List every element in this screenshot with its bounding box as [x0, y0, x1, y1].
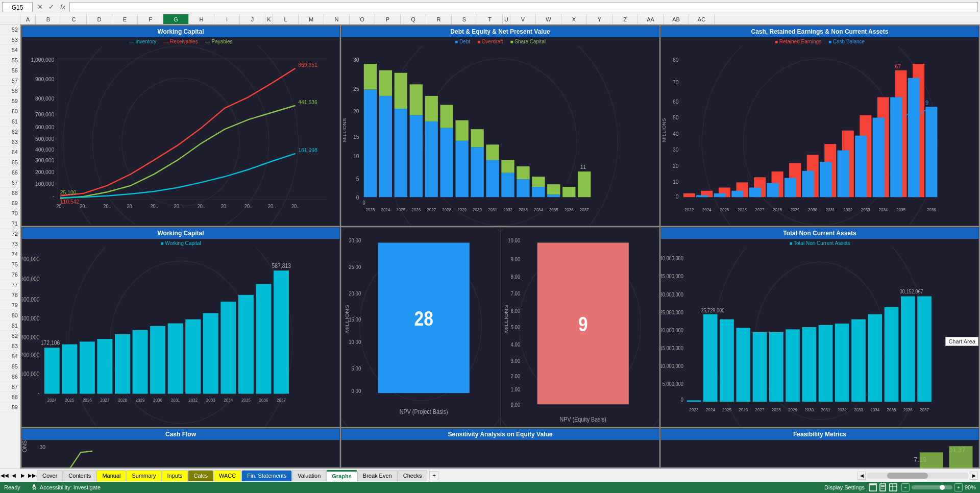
col-Y[interactable]: Y	[587, 14, 612, 24]
svg-text:20..: 20..	[127, 203, 134, 209]
svg-rect-122	[802, 171, 814, 197]
row-72: 72	[0, 229, 20, 239]
col-C[interactable]: C	[61, 14, 87, 24]
col-R[interactable]: R	[426, 14, 452, 24]
col-P[interactable]: P	[375, 14, 401, 24]
col-AA[interactable]: AA	[638, 14, 664, 24]
col-AB[interactable]: AB	[664, 14, 689, 24]
accessibility-text[interactable]: Accessibility: Investigate	[40, 484, 101, 490]
scroll-left-btn[interactable]: ◀	[857, 472, 866, 480]
tab-graphs[interactable]: Graphs	[326, 470, 357, 481]
tab-calcs[interactable]: Calcs	[188, 470, 213, 481]
col-K[interactable]: K	[265, 14, 273, 24]
col-Q[interactable]: Q	[401, 14, 426, 24]
svg-text:2034: 2034	[878, 207, 888, 212]
col-U[interactable]: U	[503, 14, 510, 24]
col-F[interactable]: F	[138, 14, 163, 24]
col-J[interactable]: J	[240, 14, 265, 24]
display-settings[interactable]: Display Settings	[824, 484, 865, 490]
svg-text:2036: 2036	[565, 207, 574, 212]
svg-text:30: 30	[40, 444, 46, 450]
sheet-nav-next[interactable]: ▶	[18, 471, 28, 480]
working-capital-line-chart: Working Capital — Inventory — Receivable…	[21, 26, 340, 226]
middle-row-charts: Working Capital ■ Working Capital 700,00…	[20, 227, 980, 428]
sheet-nav-prev[interactable]: ◀	[9, 471, 18, 480]
confirm-icon[interactable]: ✓	[46, 3, 56, 11]
col-O[interactable]: O	[350, 14, 375, 24]
svg-text:2031: 2031	[171, 397, 180, 403]
svg-text:25,729,000: 25,729,000	[701, 307, 724, 313]
svg-text:25,000,000: 25,000,000	[661, 309, 683, 315]
row-55: 55	[0, 55, 20, 65]
cancel-icon[interactable]: ✕	[35, 3, 45, 11]
col-X[interactable]: X	[561, 14, 587, 24]
tab-wacc[interactable]: WACC	[213, 470, 241, 481]
svg-text:ONS: ONS	[22, 440, 28, 453]
col-H[interactable]: H	[189, 14, 214, 24]
svg-rect-266	[949, 446, 972, 469]
scroll-right-btn[interactable]: ▶	[970, 472, 978, 480]
col-I[interactable]: I	[214, 14, 240, 24]
zoom-out-btn[interactable]: −	[901, 483, 910, 491]
tab-inputs[interactable]: Inputs	[162, 470, 188, 481]
normal-view-icon[interactable]	[869, 483, 877, 491]
page-layout-icon[interactable]	[879, 483, 887, 491]
zoom-level[interactable]: 90%	[965, 484, 976, 490]
tab-checks[interactable]: Checks	[398, 470, 428, 481]
svg-text:2030: 2030	[808, 207, 817, 212]
sheet-nav-first[interactable]: ◀◀	[0, 471, 9, 480]
cell-ref-box[interactable]: G15	[2, 2, 33, 12]
tab-manual[interactable]: Manual	[96, 470, 126, 481]
svg-text:NPV (Project Basis): NPV (Project Basis)	[400, 408, 448, 415]
tab-valuation[interactable]: Valuation	[292, 470, 326, 481]
row-54: 54	[0, 45, 20, 55]
col-D[interactable]: D	[87, 14, 112, 24]
scroll-track[interactable]	[867, 473, 969, 479]
col-G[interactable]: G	[163, 14, 189, 24]
col-V[interactable]: V	[510, 14, 536, 24]
row-76: 76	[0, 269, 20, 280]
col-L[interactable]: L	[273, 14, 299, 24]
cash-retained-svg: MILLIONS 80 70 60 50 40 30 20 10 0	[661, 46, 978, 226]
svg-rect-118	[731, 191, 743, 198]
formula-input[interactable]	[69, 2, 978, 12]
svg-text:25.00: 25.00	[349, 263, 361, 270]
svg-text:0: 0	[356, 194, 359, 201]
tab-cover[interactable]: Cover	[37, 470, 63, 481]
tab-summary[interactable]: Summary	[126, 470, 161, 481]
col-N[interactable]: N	[324, 14, 350, 24]
svg-text:80: 80	[673, 57, 679, 63]
scroll-thumb	[887, 473, 928, 479]
col-Z[interactable]: Z	[612, 14, 638, 24]
svg-text:20..: 20..	[103, 203, 111, 209]
col-E[interactable]: E	[112, 14, 138, 24]
col-M[interactable]: M	[299, 14, 324, 24]
svg-rect-49	[410, 115, 423, 198]
row-58: 58	[0, 86, 20, 96]
col-A[interactable]: A	[20, 14, 36, 24]
col-S[interactable]: S	[452, 14, 477, 24]
svg-rect-120	[767, 183, 778, 198]
zoom-in-btn[interactable]: +	[954, 483, 963, 491]
col-T[interactable]: T	[477, 14, 503, 24]
cash-retained-legend: ■ Retained Earnings ■ Cash Balance	[661, 37, 978, 46]
tab-fin-statements[interactable]: Fin. Statements	[241, 470, 292, 481]
col-W[interactable]: W	[536, 14, 561, 24]
svg-text:30.00: 30.00	[349, 237, 361, 243]
svg-text:441,536: 441,536	[298, 99, 317, 106]
col-AC[interactable]: AC	[689, 14, 715, 24]
tab-contents[interactable]: Contents	[63, 470, 96, 481]
page-break-icon[interactable]	[889, 483, 897, 491]
tab-break-even[interactable]: Break Even	[357, 470, 398, 481]
svg-text:2023: 2023	[365, 207, 375, 212]
col-B[interactable]: B	[36, 14, 61, 24]
npv-project-body: MILLIONS 30.00 25.00 20.00 15.00 10.00 5…	[341, 228, 500, 427]
add-sheet-button[interactable]: +	[429, 471, 438, 480]
zoom-slider[interactable]	[912, 485, 952, 489]
svg-rect-158	[44, 348, 60, 393]
svg-text:2034: 2034	[224, 397, 233, 403]
sheet-nav-last[interactable]: ▶▶	[28, 471, 37, 480]
row-88: 88	[0, 392, 20, 402]
svg-rect-125	[855, 136, 867, 198]
svg-text:2026: 2026	[738, 207, 747, 212]
